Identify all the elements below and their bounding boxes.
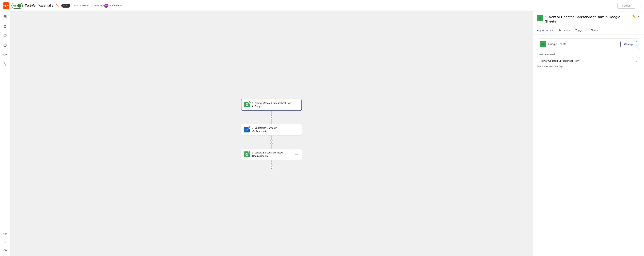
sidebar-icon-help[interactable] — [2, 248, 8, 253]
tab-check-trigger: ✓ — [584, 29, 586, 32]
avatar: AP — [104, 4, 108, 8]
svg-rect-2 — [4, 17, 5, 18]
svg-rect-5 — [4, 44, 6, 46]
sidebar-icon-upload[interactable] — [2, 23, 8, 29]
sidebar-bottom — [2, 231, 8, 253]
step-node-3[interactable]: ✓ 3. Update Spreadsheet Row in Google Sh… — [241, 149, 302, 160]
svg-rect-0 — [4, 16, 5, 17]
connector-2-3: + — [270, 135, 273, 149]
svg-rect-33 — [542, 44, 544, 44]
add-step-1[interactable]: + — [270, 116, 273, 119]
step-label-2: 2. Verification Service in Verificaremai… — [252, 127, 292, 133]
svg-rect-31 — [539, 19, 540, 19]
topbar-right: Publish ··· — [618, 3, 641, 8]
svg-point-10 — [4, 233, 6, 234]
zapier-logo: zapier — [3, 2, 10, 9]
tab-check-app-event: ✓ — [552, 29, 554, 32]
zap-title: Test-Verificaremails — [25, 4, 53, 7]
svg-rect-35 — [542, 45, 543, 45]
step-menu-1[interactable]: ··· — [294, 102, 299, 107]
panel-content: Google Sheets Change * Event (required) … — [533, 34, 644, 72]
panel-header-icons: ✏️ ✕ — [632, 15, 640, 18]
check-badge-1: ✓ — [248, 101, 251, 104]
step-icon-2: ✓ — [244, 127, 250, 133]
connector-line-5 — [271, 160, 272, 165]
step-label-3: 3. Update Spreadsheet Row in Google Shee… — [252, 151, 292, 158]
main-layout: ✓ 1. New or Updated Spreadsheet Row in G… — [0, 11, 644, 256]
tab-test[interactable]: Test ✓ — [591, 26, 599, 34]
add-step-3[interactable]: + — [270, 165, 273, 169]
connector-1-2: + — [270, 111, 273, 124]
sidebar-icon-chat[interactable] — [2, 33, 8, 38]
panel-title: 1. New or Updated Spreadsheet Row in Goo… — [545, 15, 630, 23]
version-info: V8. is published - 23 hours ago AP by An… — [74, 4, 122, 8]
check-badge-2: ✓ — [248, 126, 251, 129]
svg-rect-30 — [539, 18, 541, 19]
sidebar-icon-activity[interactable] — [2, 61, 8, 67]
change-app-button[interactable]: Change — [620, 41, 637, 47]
app-card: Google Sheets Change — [537, 38, 640, 50]
event-field-label: * Event (required) — [537, 53, 640, 56]
toggle-circle — [17, 4, 21, 7]
toggle-label: On — [13, 4, 16, 7]
publish-button[interactable]: Publish — [618, 3, 636, 8]
app-card-icon — [540, 41, 546, 47]
svg-rect-24 — [246, 153, 248, 156]
canvas: ✓ 1. New or Updated Spreadsheet Row in G… — [10, 11, 533, 256]
svg-rect-20 — [246, 103, 248, 106]
svg-rect-26 — [246, 154, 248, 155]
step-menu-2[interactable]: ··· — [294, 127, 299, 132]
event-select[interactable]: New or Updated Spreadsheet Row ⇅ — [537, 57, 640, 64]
panel-app-icon — [537, 15, 543, 21]
panel-close-button[interactable]: ✕ — [638, 15, 640, 18]
step-label-1: 1. New or Updated Spreadsheet Row in Goo… — [252, 102, 292, 108]
draft-badge: Draft — [61, 4, 70, 7]
event-field-group: * Event (required) New or Updated Spread… — [537, 53, 640, 68]
more-options-button[interactable]: ··· — [638, 4, 641, 7]
check-badge-3: ✓ — [248, 151, 251, 153]
sidebar-icon-settings[interactable] — [2, 231, 8, 236]
sidebar-icon-grid[interactable] — [2, 14, 8, 19]
panel-tabs: App & event ✓ Account ✓ Trigger ✓ Test ✓ — [533, 26, 644, 34]
edit-icon[interactable]: ✏️ — [56, 4, 59, 7]
sidebar-icon-list[interactable] — [2, 239, 8, 245]
tab-check-test: ✓ — [597, 29, 599, 32]
panel-header: 1. New or Updated Spreadsheet Row in Goo… — [533, 11, 644, 26]
step-node-2[interactable]: ✓ 2. Verification Service in Verificarem… — [241, 124, 302, 135]
tab-account[interactable]: Account ✓ — [558, 26, 571, 34]
step-icon-1: ✓ — [244, 102, 250, 108]
topbar: zapier On Test-Verificaremails ✏️ Draft … — [0, 0, 644, 11]
connector-3-end: + — [270, 160, 273, 169]
app-card-name: Google Sheets — [548, 43, 618, 46]
canvas-inner: ✓ 1. New or Updated Spreadsheet Row in G… — [241, 99, 302, 169]
connector-line-3 — [271, 135, 272, 140]
sidebar-icon-clock[interactable] — [2, 52, 8, 57]
step-icon-3: ✓ — [244, 151, 250, 157]
select-arrows-icon: ⇅ — [636, 59, 638, 62]
connector-line-1 — [271, 111, 272, 116]
svg-rect-3 — [5, 17, 6, 18]
event-helper-text: This is what starts the Zap. — [537, 65, 640, 68]
svg-rect-21 — [246, 104, 248, 105]
toggle-switch[interactable]: On — [12, 3, 23, 8]
step-node-1[interactable]: ✓ 1. New or Updated Spreadsheet Row in G… — [241, 99, 302, 111]
left-sidebar — [0, 11, 10, 256]
event-select-value: New or Updated Spreadsheet Row — [540, 59, 636, 62]
svg-rect-34 — [542, 44, 544, 45]
zapier-logo-text: zapier — [3, 4, 9, 7]
svg-rect-25 — [246, 154, 248, 154]
tab-trigger[interactable]: Trigger ✓ — [576, 26, 586, 34]
svg-rect-27 — [246, 155, 247, 155]
tab-check-account: ✓ — [569, 29, 571, 32]
right-panel: 1. New or Updated Spreadsheet Row in Goo… — [533, 11, 644, 256]
tab-app-event[interactable]: App & event ✓ — [537, 26, 554, 34]
connector-line-4 — [271, 144, 272, 149]
sidebar-icon-calendar[interactable] — [2, 42, 8, 48]
panel-edit-button[interactable]: ✏️ — [632, 15, 636, 18]
add-step-2[interactable]: + — [270, 140, 273, 144]
svg-rect-1 — [5, 16, 6, 17]
step-menu-3[interactable]: ··· — [294, 152, 299, 157]
svg-rect-29 — [539, 18, 541, 18]
connector-line-2 — [271, 119, 272, 124]
